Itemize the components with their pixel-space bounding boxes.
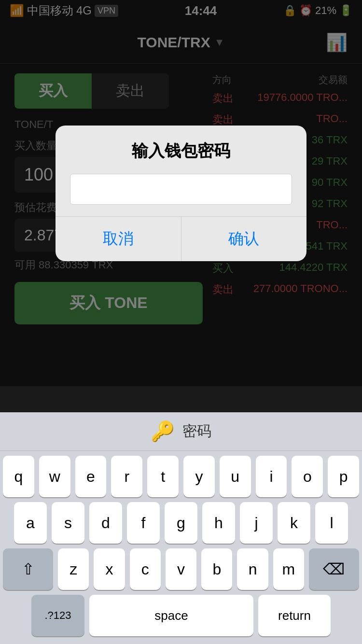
key-u[interactable]: u <box>220 456 251 497</box>
key-row-3: ⇧ z x c v b n m ⌫ <box>3 548 359 590</box>
dialog-overlay: 输入钱包密码 取消 确认 <box>0 0 362 386</box>
key-z[interactable]: z <box>58 548 89 590</box>
keyboard-area: 🔑 密码 q w e r t y u i o p a s d f g h j k… <box>0 412 362 644</box>
key-f[interactable]: f <box>127 502 160 544</box>
key-hint-text: 密码 <box>182 421 211 441</box>
key-h[interactable]: h <box>202 502 235 544</box>
key-a[interactable]: a <box>14 502 47 544</box>
dialog-title: 输入钱包密码 <box>70 140 292 162</box>
key-x[interactable]: x <box>94 548 125 590</box>
key-row-2: a s d f g h j k l <box>3 502 359 544</box>
key-k[interactable]: k <box>278 502 310 544</box>
key-row-1: q w e r t y u i o p <box>3 456 359 497</box>
numeric-key[interactable]: .?123 <box>31 595 84 636</box>
key-m[interactable]: m <box>273 548 304 590</box>
key-q[interactable]: q <box>3 456 34 497</box>
return-key[interactable]: return <box>258 595 331 636</box>
key-s[interactable]: s <box>52 502 84 544</box>
space-key[interactable]: space <box>89 595 253 636</box>
key-l[interactable]: l <box>315 502 348 544</box>
key-v[interactable]: v <box>166 548 196 590</box>
key-j[interactable]: j <box>240 502 273 544</box>
confirm-button[interactable]: 确认 <box>181 217 307 261</box>
password-dialog: 输入钱包密码 取消 确认 <box>56 126 306 261</box>
key-i[interactable]: i <box>256 456 287 497</box>
key-r[interactable]: r <box>111 456 142 497</box>
key-p[interactable]: p <box>328 456 359 497</box>
key-g[interactable]: g <box>165 502 197 544</box>
key-icon: 🔑 <box>151 420 175 443</box>
cancel-button[interactable]: 取消 <box>56 217 181 261</box>
backspace-key[interactable]: ⌫ <box>309 548 359 590</box>
key-n[interactable]: n <box>237 548 268 590</box>
key-y[interactable]: y <box>183 456 215 497</box>
key-d[interactable]: d <box>89 502 122 544</box>
key-row-4: .?123 space return <box>3 595 359 636</box>
key-e[interactable]: e <box>75 456 107 497</box>
password-input[interactable] <box>70 174 292 205</box>
key-t[interactable]: t <box>147 456 179 497</box>
keyboard-hint: 🔑 密码 <box>0 412 362 451</box>
keyboard-rows: q w e r t y u i o p a s d f g h j k l ⇧ … <box>0 451 362 644</box>
key-w[interactable]: w <box>39 456 70 497</box>
key-o[interactable]: o <box>292 456 323 497</box>
key-b[interactable]: b <box>201 548 232 590</box>
dialog-buttons: 取消 确认 <box>56 216 306 261</box>
key-c[interactable]: c <box>130 548 161 590</box>
shift-key[interactable]: ⇧ <box>3 548 53 590</box>
